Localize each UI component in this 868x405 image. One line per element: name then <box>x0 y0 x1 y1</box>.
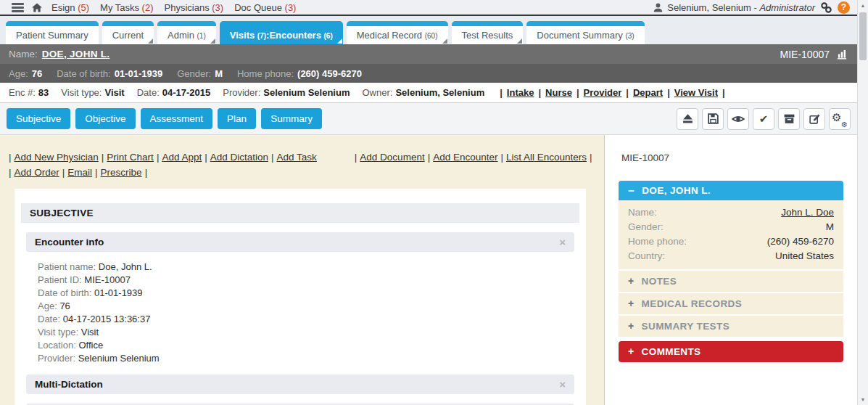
save-button[interactable] <box>702 108 724 130</box>
nav-item-my-tasks[interactable]: My Tasks (2) <box>100 2 153 13</box>
gender-field: Gender:M <box>177 68 223 79</box>
user-icon <box>653 2 664 13</box>
chart-id: MIE-10007 <box>780 49 830 60</box>
sidebar-section-summary-tests[interactable]: +SUMMARY TESTS <box>619 314 843 337</box>
depart-link[interactable]: Depart <box>633 87 663 98</box>
sidebar-section-medical-records[interactable]: +MEDICAL RECORDS <box>619 292 843 314</box>
scroll-down-arrow[interactable]: ▼ <box>858 394 868 405</box>
nav-count: (3) <box>212 2 223 13</box>
tab-label: Patient Summary <box>16 30 88 41</box>
expand-icon: + <box>628 276 635 287</box>
separator: | <box>9 165 12 180</box>
add-order-link[interactable]: Add Order <box>15 165 59 180</box>
provider-field: Provider:Selenium Selenium <box>223 87 350 98</box>
patient-demographics-bar: Age:76 Date of birth:01-01-1939 Gender:M… <box>0 64 857 83</box>
encounter-stage-links: | Intake | Nurse | Provider | Depart | V… <box>500 87 724 98</box>
add-document-link[interactable]: Add Document <box>360 150 424 165</box>
nav-item-doc-queue[interactable]: Doc Queue (3) <box>234 2 296 13</box>
summary-button[interactable]: Summary <box>261 108 322 129</box>
home-icon[interactable] <box>31 2 43 13</box>
section-label: MEDICAL RECORDS <box>642 298 743 309</box>
nav-label: Esign <box>51 2 75 13</box>
list-all-encounters-link[interactable]: List All Encounters <box>506 150 587 165</box>
content-area: |Add New Physician|Print Chart|Add Appt|… <box>0 135 857 405</box>
scrollbar-thumb[interactable] <box>859 12 867 60</box>
add-appt-link[interactable]: Add Appt <box>162 150 202 165</box>
close-icon[interactable]: × <box>559 379 566 390</box>
tab-label: Document Summary (3) <box>537 30 634 41</box>
nav-item-esign[interactable]: Esign (5) <box>51 2 89 13</box>
flowsheet-chart-icon[interactable] <box>837 49 848 60</box>
dropdown-fold-icon <box>148 38 153 44</box>
separator: | <box>95 165 98 180</box>
eject-button[interactable] <box>677 108 698 130</box>
add-encounter-link[interactable]: Add Encounter <box>433 150 497 165</box>
nav-item-physicians[interactable]: Physicians (3) <box>165 2 224 13</box>
encounter-info-header[interactable]: Encounter info × <box>26 232 574 252</box>
vertical-scrollbar[interactable]: ▲ ▼ <box>857 0 868 405</box>
separator: | <box>590 150 592 165</box>
tab-test-results[interactable]: Test Results <box>452 21 524 44</box>
separator: | <box>9 150 12 165</box>
add-task-link[interactable]: Add Task <box>277 150 317 165</box>
settings-button[interactable]: ⚙⚙ <box>829 108 851 130</box>
intake-link[interactable]: Intake <box>507 87 534 98</box>
tab-medical-record[interactable]: Medical Record (60) <box>347 21 448 44</box>
nav-count: (5) <box>78 2 89 13</box>
sidebar-patient-header[interactable]: − DOE, JOHN L. <box>619 181 843 200</box>
plan-button[interactable]: Plan <box>218 108 256 129</box>
help-icon[interactable]: ? <box>838 1 850 14</box>
age-field: Age:76 <box>9 68 42 79</box>
tab-current[interactable]: Current <box>102 21 154 44</box>
close-icon[interactable]: × <box>559 237 566 248</box>
sidebar-detail-row: Name:John L. Doe <box>619 205 843 220</box>
separator: | <box>500 150 503 165</box>
separator: | <box>722 87 725 98</box>
edit-button[interactable] <box>803 108 825 130</box>
provider-link[interactable]: Provider <box>584 87 622 98</box>
patient-name-bar: Name: DOE, JOHN L. MIE-10007 <box>0 44 857 64</box>
sidebar-section-notes[interactable]: +NOTES <box>619 269 843 292</box>
check-button[interactable]: ✔ <box>753 108 774 130</box>
sidebar-name-link[interactable]: John L. Doe <box>781 205 834 220</box>
expand-icon: + <box>628 298 635 309</box>
dropdown-fold-icon <box>442 38 447 44</box>
sidebar-section-comments[interactable]: +COMMENTS <box>619 341 843 362</box>
subjective-button[interactable]: Subjective <box>7 108 70 129</box>
tab-admin[interactable]: Admin (1) <box>157 21 216 44</box>
detail-line: Location: Office <box>38 339 574 352</box>
hamburger-menu-icon[interactable] <box>12 3 24 12</box>
tab-patient-summary[interactable]: Patient Summary <box>6 21 99 44</box>
add-new-physician-link[interactable]: Add New Physician <box>15 150 99 165</box>
multi-dictation-header[interactable]: Multi-Dictation × <box>26 375 574 394</box>
objective-button[interactable]: Objective <box>75 108 135 129</box>
separator: | <box>626 87 629 98</box>
preview-button[interactable] <box>727 108 749 130</box>
assessment-button[interactable]: Assessment <box>141 108 213 129</box>
date-field: Date:04-17-2015 <box>137 87 211 98</box>
email-link[interactable]: Email <box>67 165 92 180</box>
encounter-info-details: Patient name: Doe, John L. Patient ID: M… <box>26 261 574 365</box>
separator: | <box>667 87 670 98</box>
owner-field: Owner:Selenium, Selenium <box>362 87 484 98</box>
archive-icon <box>783 112 795 125</box>
prescribe-link[interactable]: Prescribe <box>101 165 142 180</box>
section-label: COMMENTS <box>642 346 701 357</box>
separator: | <box>355 150 357 165</box>
add-dictation-link[interactable]: Add Dictation <box>210 150 268 165</box>
print-chart-link[interactable]: Print Chart <box>107 150 154 165</box>
nurse-link[interactable]: Nurse <box>545 87 572 98</box>
archive-button[interactable] <box>778 108 800 130</box>
user-name: Selenium, Selenium - <box>667 2 757 13</box>
separator: | <box>428 150 431 165</box>
user-menu[interactable]: Selenium, Selenium - Administrator <box>653 2 815 13</box>
sidebar-detail-row: Gender:M <box>619 220 843 234</box>
tab-visits-encounters[interactable]: Visits (7):Encounters (6) <box>220 21 343 44</box>
view-visit-link[interactable]: View Visit <box>674 87 718 98</box>
tab-document-summary[interactable]: Document Summary (3) <box>526 21 644 44</box>
scroll-up-arrow[interactable]: ▲ <box>858 0 868 11</box>
nav-label: Physicians <box>165 2 210 13</box>
link-chain-icon[interactable] <box>820 1 832 14</box>
detail-line: Date of birth: 01-01-1939 <box>38 287 574 300</box>
patient-name-link[interactable]: DOE, JOHN L. <box>42 49 110 60</box>
